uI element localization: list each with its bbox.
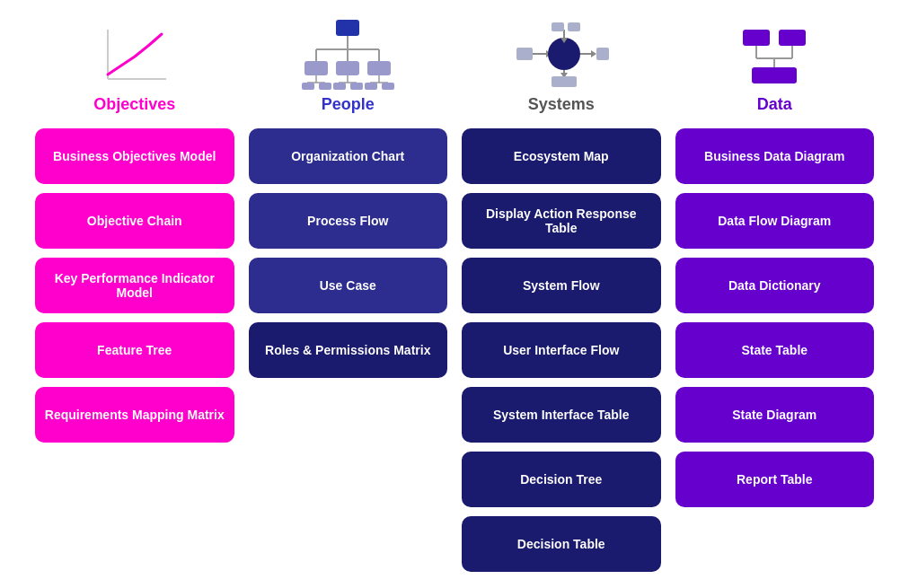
svg-rect-27: [365, 83, 377, 90]
header-systems: Systems: [454, 18, 668, 114]
card-feature-tree[interactable]: Feature Tree: [35, 322, 234, 378]
svg-rect-49: [752, 67, 797, 83]
card-business-data-diagram[interactable]: Business Data Diagram: [675, 128, 875, 184]
svg-rect-10: [367, 61, 391, 75]
cards-grid: Business Objectives Model Objective Chai…: [19, 128, 890, 572]
card-roles-permissions[interactable]: Roles & Permissions Matrix: [249, 322, 448, 378]
card-requirements-mapping[interactable]: Requirements Mapping Matrix: [35, 387, 234, 443]
people-icon-area: [298, 18, 397, 90]
header-objectives: Objectives: [28, 18, 242, 114]
card-system-interface-table[interactable]: System Interface Table: [462, 387, 661, 443]
svg-rect-16: [319, 83, 331, 90]
card-user-interface-flow[interactable]: User Interface Flow: [462, 322, 661, 378]
svg-rect-35: [596, 48, 609, 60]
svg-rect-15: [302, 83, 314, 90]
people-label: People: [322, 95, 375, 114]
svg-rect-2: [336, 20, 359, 36]
svg-rect-22: [350, 83, 363, 90]
card-state-diagram[interactable]: State Diagram: [675, 387, 875, 443]
card-data-dictionary[interactable]: Data Dictionary: [675, 258, 875, 313]
header-people: People: [242, 18, 455, 114]
objectives-icon: [94, 21, 175, 88]
card-ecosystem-map[interactable]: Ecosystem Map: [462, 128, 661, 184]
card-kpi-model[interactable]: Key Performance Indicator Model: [35, 258, 234, 313]
header-row: Objectives: [19, 18, 890, 114]
systems-icon: [512, 21, 611, 88]
systems-label: Systems: [528, 95, 595, 114]
svg-rect-21: [333, 83, 346, 90]
data-icon-area: [725, 18, 824, 90]
card-organization-chart[interactable]: Organization Chart: [249, 128, 448, 184]
objectives-label: Objectives: [93, 95, 175, 114]
people-icon: [298, 18, 397, 90]
card-use-case[interactable]: Use Case: [249, 258, 448, 313]
svg-rect-29: [516, 48, 533, 60]
systems-icon-area: [512, 18, 611, 90]
svg-rect-8: [304, 61, 328, 75]
header-data: Data: [668, 18, 882, 114]
data-icon: [725, 21, 824, 88]
svg-rect-42: [552, 76, 577, 87]
card-decision-table[interactable]: Decision Table: [462, 516, 661, 572]
card-process-flow[interactable]: Process Flow: [249, 193, 448, 249]
card-report-table[interactable]: Report Table: [675, 452, 875, 507]
card-state-table[interactable]: State Table: [675, 322, 875, 378]
card-decision-tree[interactable]: Decision Tree: [462, 452, 661, 507]
col-systems: Ecosystem Map Display Action Response Ta…: [454, 128, 668, 572]
data-label: Data: [757, 95, 792, 114]
card-data-flow-diagram[interactable]: Data Flow Diagram: [675, 193, 875, 249]
card-business-objectives-model[interactable]: Business Objectives Model: [35, 128, 234, 184]
objectives-icon-area: [94, 18, 175, 90]
svg-rect-39: [568, 22, 580, 31]
col-people: Organization Chart Process Flow Use Case…: [242, 128, 455, 378]
card-display-action-response[interactable]: Display Action Response Table: [462, 193, 661, 249]
svg-rect-44: [779, 30, 806, 46]
col-data: Business Data Diagram Data Flow Diagram …: [668, 128, 882, 507]
svg-rect-9: [336, 61, 359, 75]
svg-rect-28: [382, 83, 394, 90]
col-objectives: Business Objectives Model Objective Chai…: [28, 128, 242, 443]
svg-rect-43: [743, 30, 770, 46]
card-system-flow[interactable]: System Flow: [462, 258, 661, 313]
svg-rect-38: [552, 22, 564, 31]
card-objective-chain[interactable]: Objective Chain: [35, 193, 234, 249]
svg-marker-34: [591, 50, 596, 57]
main-table: Objectives: [19, 18, 890, 572]
